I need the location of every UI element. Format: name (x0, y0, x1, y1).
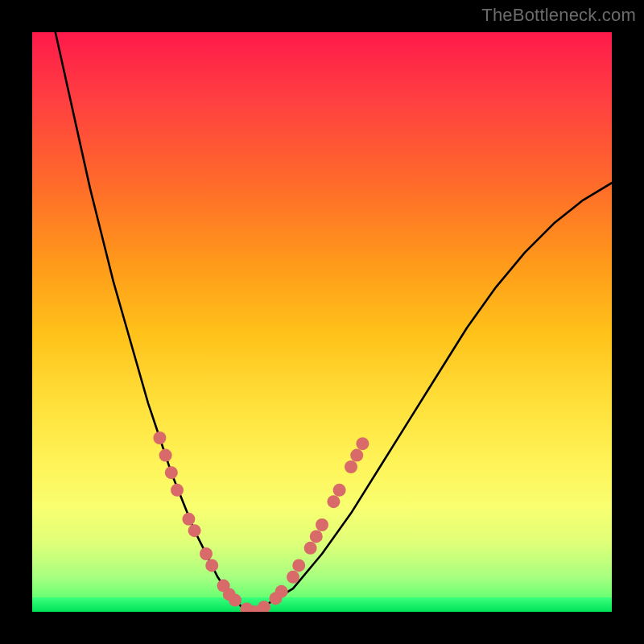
scatter-point (205, 559, 218, 572)
scatter-point (292, 559, 305, 572)
highlighted-points (153, 431, 369, 612)
plot-area (32, 32, 612, 612)
scatter-point (159, 449, 172, 462)
scatter-point (153, 431, 166, 444)
scatter-point (356, 437, 369, 450)
bottleneck-curve (56, 32, 612, 612)
scatter-point (182, 513, 195, 526)
scatter-point (304, 542, 317, 555)
scatter-point (287, 571, 299, 584)
scatter-point (345, 460, 357, 473)
scatter-point (229, 594, 242, 607)
scatter-point (333, 484, 346, 497)
scatter-point (188, 524, 201, 537)
watermark-text: TheBottleneck.com (481, 5, 636, 26)
scatter-point (350, 449, 363, 462)
scatter-point (200, 547, 213, 560)
scatter-point (316, 518, 328, 531)
scatter-point (165, 466, 178, 479)
chart-stage: TheBottleneck.com (0, 0, 644, 644)
chart-svg (32, 32, 612, 612)
scatter-point (275, 585, 288, 598)
scatter-point (327, 495, 340, 508)
scatter-point (310, 530, 323, 543)
scatter-point (171, 484, 184, 497)
